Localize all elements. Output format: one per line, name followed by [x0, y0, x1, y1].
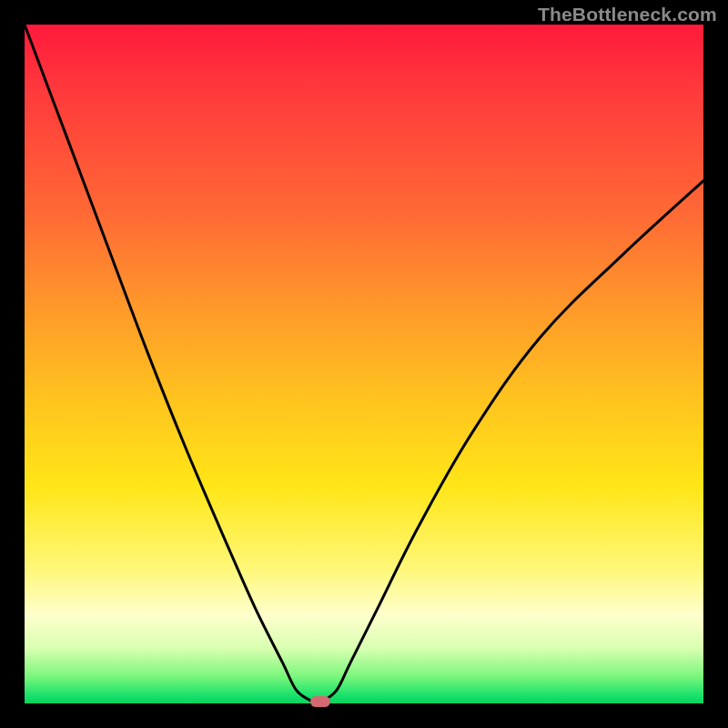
chart-frame: TheBottleneck.com [0, 0, 728, 728]
optimal-marker [310, 696, 330, 707]
bottleneck-curve [25, 25, 703, 703]
watermark-text: TheBottleneck.com [538, 4, 717, 25]
chart-plot-area [25, 25, 703, 703]
